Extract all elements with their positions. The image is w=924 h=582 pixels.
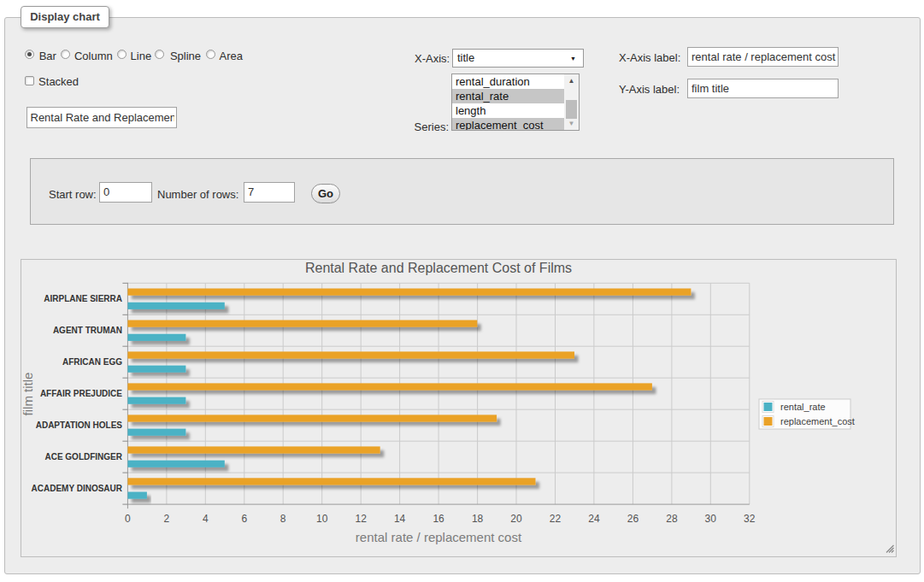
svg-text:30: 30 <box>705 513 717 525</box>
svg-text:2: 2 <box>164 513 170 525</box>
svg-text:replacement_cost: replacement_cost <box>780 416 855 426</box>
svg-text:32: 32 <box>744 513 756 525</box>
svg-text:20: 20 <box>510 513 522 525</box>
svg-text:AIRPLANE SIERRA: AIRPLANE SIERRA <box>44 294 122 303</box>
svg-text:6: 6 <box>241 513 247 525</box>
svg-text:14: 14 <box>394 513 406 525</box>
svg-text:AFRICAN EGG: AFRICAN EGG <box>62 357 122 367</box>
svg-text:0: 0 <box>125 513 131 525</box>
svg-text:Rental Rate and Replacement Co: Rental Rate and Replacement Cost of Film… <box>305 261 572 275</box>
svg-text:12: 12 <box>356 513 368 525</box>
svg-text:ACADEMY DINOSAUR: ACADEMY DINOSAUR <box>32 484 123 493</box>
svg-text:rental rate / replacement cost: rental rate / replacement cost <box>356 530 522 544</box>
svg-text:18: 18 <box>472 513 484 525</box>
svg-text:16: 16 <box>433 513 444 525</box>
svg-text:4: 4 <box>203 513 209 525</box>
svg-text:ACE GOLDFINGER: ACE GOLDFINGER <box>44 452 122 461</box>
svg-text:26: 26 <box>627 513 639 525</box>
svg-text:28: 28 <box>666 513 678 525</box>
svg-text:24: 24 <box>588 513 600 525</box>
svg-text:8: 8 <box>280 513 286 525</box>
svg-text:10: 10 <box>316 513 328 525</box>
svg-text:rental_rate: rental_rate <box>780 402 826 412</box>
svg-text:AGENT TRUMAN: AGENT TRUMAN <box>53 326 122 335</box>
svg-text:22: 22 <box>550 513 562 525</box>
svg-text:film title: film title <box>21 373 35 416</box>
svg-text:AFFAIR PREJUDICE: AFFAIR PREJUDICE <box>40 389 122 398</box>
svg-text:ADAPTATION HOLES: ADAPTATION HOLES <box>36 420 123 430</box>
